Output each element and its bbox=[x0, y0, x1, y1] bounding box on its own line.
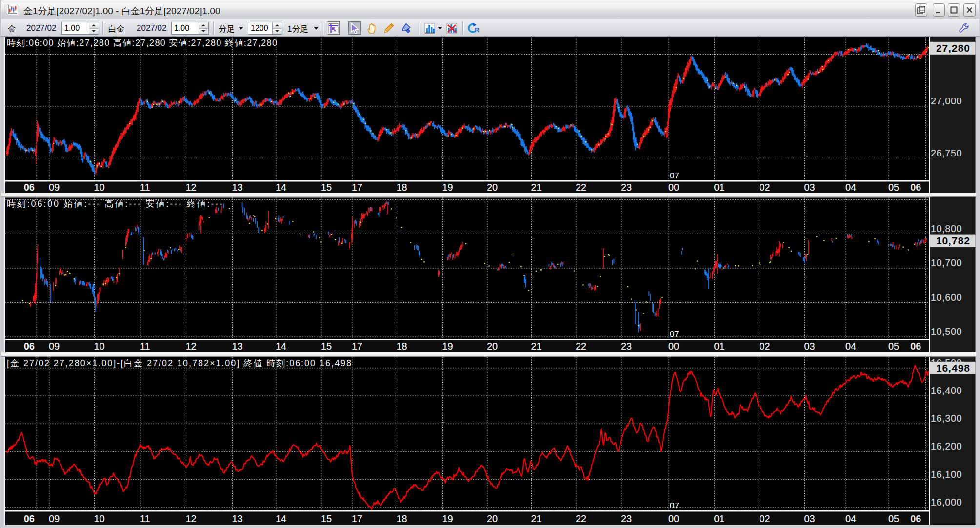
svg-text:06: 06 bbox=[24, 513, 35, 524]
svg-text:23: 23 bbox=[621, 513, 632, 524]
svg-text:19: 19 bbox=[442, 182, 453, 193]
svg-text:15: 15 bbox=[321, 182, 332, 193]
svg-text:07: 07 bbox=[670, 330, 679, 339]
svg-text:09: 09 bbox=[49, 182, 60, 193]
svg-text:11: 11 bbox=[140, 341, 150, 352]
svg-text:時刻:06:00 始値:--- 高値:--- 安値:---: 時刻:06:00 始値:--- 高値:--- 安値:--- 終値:--- bbox=[7, 199, 222, 209]
svg-text:14: 14 bbox=[276, 513, 286, 524]
svg-text:06: 06 bbox=[24, 182, 35, 193]
svg-text:19: 19 bbox=[442, 341, 453, 352]
svg-text:14: 14 bbox=[276, 182, 286, 193]
svg-text:27,280: 27,280 bbox=[936, 42, 970, 54]
svg-text:05: 05 bbox=[888, 182, 899, 193]
svg-text:16,498: 16,498 bbox=[936, 362, 970, 373]
svg-text:00: 00 bbox=[668, 341, 679, 352]
svg-text:20: 20 bbox=[487, 182, 498, 193]
svg-text:09: 09 bbox=[49, 513, 60, 524]
svg-text:14: 14 bbox=[276, 341, 286, 352]
svg-text:10,782: 10,782 bbox=[936, 235, 970, 246]
svg-text:23: 23 bbox=[621, 341, 632, 352]
svg-text:02: 02 bbox=[760, 341, 770, 352]
svg-text:20: 20 bbox=[487, 341, 498, 352]
svg-text:16,000: 16,000 bbox=[931, 497, 962, 508]
svg-text:10: 10 bbox=[94, 513, 105, 524]
svg-text:07: 07 bbox=[670, 501, 679, 510]
svg-text:13: 13 bbox=[232, 513, 243, 524]
svg-text:26,750: 26,750 bbox=[931, 148, 962, 158]
svg-text:15: 15 bbox=[321, 341, 332, 352]
svg-text:11: 11 bbox=[140, 513, 150, 524]
svg-text:04: 04 bbox=[845, 182, 856, 193]
svg-text:04: 04 bbox=[845, 513, 856, 524]
svg-text:21: 21 bbox=[531, 513, 542, 524]
svg-text:20: 20 bbox=[487, 513, 498, 524]
svg-text:12: 12 bbox=[186, 182, 197, 193]
svg-text:01: 01 bbox=[714, 182, 725, 193]
svg-text:10: 10 bbox=[94, 182, 105, 193]
svg-text:13: 13 bbox=[232, 341, 243, 352]
svg-text:16,400: 16,400 bbox=[931, 385, 962, 396]
svg-text:03: 03 bbox=[804, 513, 815, 524]
svg-text:00: 00 bbox=[668, 513, 679, 524]
svg-text:02: 02 bbox=[760, 182, 770, 193]
svg-text:17: 17 bbox=[352, 182, 362, 193]
svg-text:00: 00 bbox=[668, 182, 679, 193]
svg-text:17: 17 bbox=[352, 341, 362, 352]
svg-text:21: 21 bbox=[531, 341, 542, 352]
svg-text:02: 02 bbox=[760, 513, 770, 524]
svg-text:17: 17 bbox=[352, 513, 362, 524]
svg-text:06: 06 bbox=[910, 182, 921, 193]
svg-text:10,700: 10,700 bbox=[931, 257, 962, 268]
svg-text:15: 15 bbox=[321, 513, 332, 524]
svg-text:23: 23 bbox=[621, 182, 632, 193]
svg-text:18: 18 bbox=[397, 513, 407, 524]
svg-text:10,600: 10,600 bbox=[931, 292, 962, 303]
svg-text:03: 03 bbox=[804, 182, 815, 193]
svg-text:22: 22 bbox=[576, 182, 586, 193]
svg-text:18: 18 bbox=[397, 341, 407, 352]
svg-text:03: 03 bbox=[804, 341, 815, 352]
svg-text:16,200: 16,200 bbox=[931, 441, 962, 451]
svg-text:01: 01 bbox=[714, 513, 725, 524]
svg-text:22: 22 bbox=[576, 513, 586, 524]
svg-text:05: 05 bbox=[888, 341, 899, 352]
svg-text:09: 09 bbox=[49, 341, 60, 352]
svg-text:01: 01 bbox=[714, 341, 725, 352]
svg-text:13: 13 bbox=[232, 182, 243, 193]
svg-text:時刻:06:00 始値:27,280 高値:27,280 安: 時刻:06:00 始値:27,280 高値:27,280 安値:27,280 終… bbox=[7, 38, 277, 48]
svg-text:22: 22 bbox=[576, 341, 586, 352]
svg-text:04: 04 bbox=[845, 341, 856, 352]
svg-text:05: 05 bbox=[888, 513, 899, 524]
svg-text:10,800: 10,800 bbox=[931, 223, 962, 234]
svg-text:12: 12 bbox=[186, 513, 197, 524]
svg-text:06: 06 bbox=[24, 341, 35, 352]
svg-text:16,300: 16,300 bbox=[931, 413, 962, 424]
svg-text:10: 10 bbox=[94, 341, 105, 352]
svg-text:10,500: 10,500 bbox=[931, 326, 962, 337]
svg-text:06: 06 bbox=[910, 341, 921, 352]
svg-text:12: 12 bbox=[186, 341, 197, 352]
svg-text:06: 06 bbox=[910, 513, 921, 524]
svg-text:18: 18 bbox=[397, 182, 407, 193]
svg-text:19: 19 bbox=[442, 513, 453, 524]
svg-text:R: R bbox=[475, 26, 479, 33]
svg-text:11: 11 bbox=[140, 182, 150, 193]
svg-text:27,000: 27,000 bbox=[931, 96, 962, 106]
svg-text:21: 21 bbox=[531, 182, 542, 193]
svg-text:07: 07 bbox=[670, 171, 679, 180]
svg-text:16,100: 16,100 bbox=[931, 469, 962, 480]
